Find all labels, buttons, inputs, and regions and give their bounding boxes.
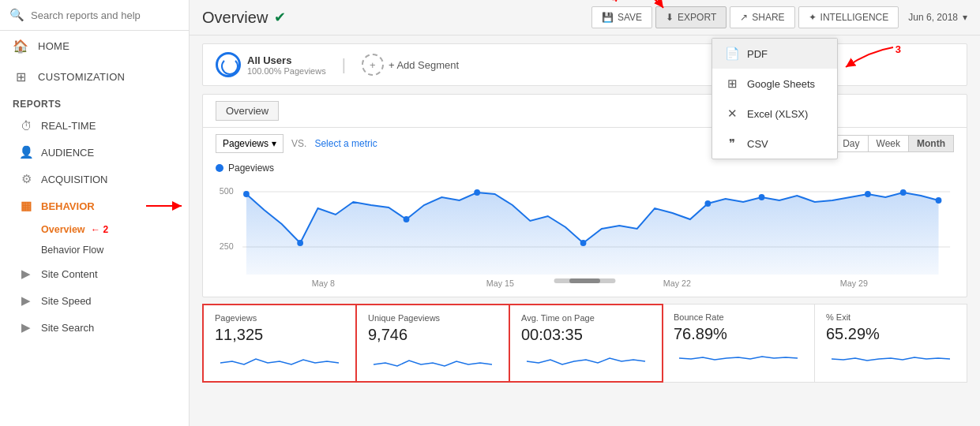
share-icon: ↗ [740, 12, 748, 23]
export-csv-item[interactable]: ❞ CSV [712, 129, 837, 159]
acquisition-icon: ⚙ [19, 172, 33, 186]
customization-icon: ⊞ [13, 69, 28, 84]
export-sheets-item[interactable]: ⊞ Google Sheets [712, 69, 837, 99]
avg-time-label: Avg. Time on Page [521, 313, 651, 323]
day-button[interactable]: Day [835, 135, 868, 152]
save-label: SAVE [618, 12, 642, 23]
metric-card-unique-pageviews: Unique Pageviews 9,746 [355, 304, 510, 383]
svg-point-9 [243, 191, 250, 197]
select-metric-link[interactable]: Select a metric [314, 138, 377, 149]
bounce-rate-sparkline [674, 346, 803, 370]
sidebar-item-site-search[interactable]: ▶ Site Search [0, 314, 189, 341]
sidebar: 🔍 🏠 HOME ⊞ CUSTOMIZATION Reports ⏱ REAL-… [0, 0, 190, 426]
annotation-2: ← [91, 224, 100, 235]
export-button[interactable]: ⬇ EXPORT [655, 6, 727, 28]
svg-rect-20 [569, 278, 600, 283]
intelligence-button[interactable]: ✦ INTELLIGENCE [798, 6, 899, 28]
bounce-rate-label: Bounce Rate [674, 312, 803, 322]
audience-label: AUDIENCE [41, 147, 94, 159]
overview-tab[interactable]: Overview [216, 101, 279, 121]
svg-point-12 [474, 189, 480, 196]
home-icon: 🏠 [13, 39, 28, 54]
dropdown-arrow: ▾ [272, 138, 276, 149]
sidebar-item-behavior-flow[interactable]: Behavior Flow [0, 240, 189, 260]
avg-time-sparkline [521, 347, 651, 371]
sidebar-item-home[interactable]: 🏠 HOME [0, 31, 189, 62]
overview-header: Overview [203, 95, 967, 128]
segment-divider: | [342, 56, 346, 74]
main-chart: 500 250 May 8 May 15 May 22 May 29 [216, 180, 954, 290]
unique-pageviews-sparkline [368, 347, 498, 371]
vs-label: VS. [291, 138, 306, 149]
legend-dot [216, 164, 223, 172]
chevron-down-icon: ▾ [963, 12, 967, 23]
csv-label: CSV [747, 138, 768, 150]
svg-point-13 [580, 240, 587, 246]
site-search-label: Site Search [41, 322, 94, 334]
metric-card-pageviews: Pageviews 11,325 [202, 304, 357, 383]
metric-selector: Pageviews ▾ VS. Select a metric Hourly D… [203, 128, 967, 159]
csv-icon: ❞ [725, 136, 739, 151]
exit-sparkline [826, 346, 956, 370]
svg-point-17 [900, 189, 907, 196]
metric-card-avg-time: Avg. Time on Page 00:03:35 [509, 304, 663, 383]
sidebar-item-site-content[interactable]: ▶ Site Content [0, 260, 189, 287]
page-title: Overview [202, 9, 268, 27]
add-segment-label: + Add Segment [389, 59, 459, 71]
svg-point-14 [704, 200, 711, 207]
svg-text:May 15: May 15 [486, 278, 514, 288]
export-icon: ⬇ [666, 12, 674, 23]
legend-label: Pageviews [228, 163, 274, 174]
pdf-icon: 📄 [725, 47, 739, 61]
unique-pageviews-label: Unique Pageviews [368, 313, 498, 323]
week-button[interactable]: Week [869, 135, 909, 152]
segment-name: All Users [247, 54, 326, 66]
add-segment-button[interactable]: + + Add Segment [362, 54, 459, 76]
segment-percent: 100.00% Pageviews [247, 66, 326, 76]
metric-dropdown[interactable]: Pageviews ▾ [216, 134, 283, 153]
svg-text:500: 500 [220, 186, 234, 196]
export-excel-item[interactable]: ✕ Excel (XLSX) [712, 99, 837, 129]
sidebar-item-site-speed[interactable]: ▶ Site Speed [0, 287, 189, 314]
segment-info: All Users 100.00% Pageviews [247, 54, 326, 76]
search-input[interactable] [31, 9, 179, 21]
sidebar-item-realtime[interactable]: ⏱ REAL-TIME [0, 113, 189, 139]
share-button[interactable]: ↗ SHARE [730, 6, 794, 28]
sheets-label: Google Sheets [747, 78, 815, 90]
pageviews-label: Pageviews [215, 313, 344, 323]
realtime-label: REAL-TIME [41, 120, 96, 132]
acquisition-label: ACQUISITION [41, 174, 108, 185]
overview-sub-label: Overview [41, 224, 85, 235]
annotation-2-num: 2 [103, 224, 109, 235]
sidebar-item-acquisition[interactable]: ⚙ ACQUISITION [0, 166, 189, 192]
toolbar-buttons: 4 💾 SAVE ⬇ EXPORT ↗ SHARE ✦ INTELLIGENC [588, 6, 899, 28]
date-range[interactable]: Jun 6, 2018 ▾ [908, 12, 967, 23]
save-button[interactable]: 💾 SAVE [591, 6, 652, 28]
svg-text:250: 250 [220, 241, 234, 251]
metrics-grid: Pageviews 11,325 Unique Pageviews 9,746 … [202, 304, 967, 383]
sidebar-item-audience[interactable]: 👤 AUDIENCE [0, 139, 189, 166]
sidebar-item-customization[interactable]: ⊞ CUSTOMIZATION [0, 62, 189, 92]
export-pdf-item[interactable]: 📄 PDF [712, 39, 837, 69]
sidebar-item-behavior[interactable]: ▦ BEHAVIOR [0, 192, 189, 219]
customization-label: CUSTOMIZATION [38, 71, 125, 83]
exit-value: 65.29% [826, 325, 956, 343]
export-label: EXPORT [678, 12, 716, 23]
sidebar-item-overview[interactable]: Overview ← 2 [0, 219, 189, 240]
sheets-icon: ⊞ [725, 77, 739, 91]
home-label: HOME [38, 40, 69, 52]
audience-icon: 👤 [19, 145, 33, 159]
pdf-label: PDF [747, 48, 768, 60]
export-dropdown: 📄 PDF ⊞ Google Sheets ✕ Excel (XLSX) ❞ C… [712, 38, 838, 159]
behavior-flow-label: Behavior Flow [41, 245, 103, 256]
month-button[interactable]: Month [909, 135, 954, 152]
expand-icon: ▶ [19, 267, 33, 281]
chart-area: Pageviews 500 250 May 8 May 15 [203, 159, 967, 297]
svg-point-16 [865, 191, 871, 197]
intelligence-label: INTELLIGENCE [820, 12, 889, 23]
search-bar[interactable]: 🔍 [0, 0, 189, 31]
segment-all-users[interactable]: All Users 100.00% Pageviews [216, 52, 326, 77]
toolbar-title-area: Overview ✔ [202, 9, 585, 27]
excel-icon: ✕ [725, 106, 739, 121]
pageviews-sparkline [215, 347, 344, 371]
